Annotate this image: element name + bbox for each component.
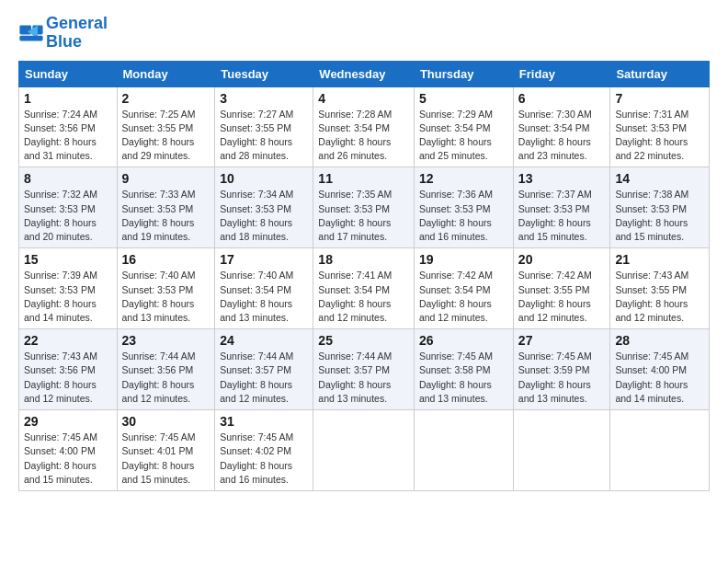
day-number: 16: [122, 252, 210, 267]
day-number: 24: [220, 333, 308, 348]
day-detail: Sunrise: 7:27 AMSunset: 3:55 PMDaylight:…: [220, 109, 293, 162]
calendar-cell: 15Sunrise: 7:39 AMSunset: 3:53 PMDayligh…: [19, 248, 118, 329]
calendar-cell: 4Sunrise: 7:28 AMSunset: 3:54 PMDaylight…: [313, 86, 415, 167]
calendar-cell: 9Sunrise: 7:33 AMSunset: 3:53 PMDaylight…: [117, 167, 215, 248]
day-number: 17: [220, 252, 308, 267]
calendar-cell: 30Sunrise: 7:45 AMSunset: 4:01 PMDayligh…: [117, 410, 215, 491]
calendar-cell: 16Sunrise: 7:40 AMSunset: 3:53 PMDayligh…: [117, 248, 215, 329]
day-number: 21: [615, 252, 704, 267]
day-detail: Sunrise: 7:45 AMSunset: 3:58 PMDaylight:…: [419, 350, 493, 404]
day-number: 22: [24, 333, 112, 348]
calendar-cell: 19Sunrise: 7:42 AMSunset: 3:54 PMDayligh…: [414, 248, 513, 329]
day-number: 3: [220, 91, 308, 106]
calendar-cell: 12Sunrise: 7:36 AMSunset: 3:53 PMDayligh…: [414, 167, 513, 248]
weekday-header-monday: Monday: [117, 61, 215, 86]
calendar-cell: [513, 410, 610, 491]
day-detail: Sunrise: 7:32 AMSunset: 3:53 PMDaylight:…: [24, 189, 97, 242]
calendar-cell: 11Sunrise: 7:35 AMSunset: 3:53 PMDayligh…: [313, 167, 415, 248]
calendar-cell: 22Sunrise: 7:43 AMSunset: 3:56 PMDayligh…: [19, 329, 118, 410]
day-detail: Sunrise: 7:42 AMSunset: 3:54 PMDaylight:…: [419, 270, 493, 323]
day-detail: Sunrise: 7:38 AMSunset: 3:53 PMDaylight:…: [615, 189, 688, 242]
day-detail: Sunrise: 7:43 AMSunset: 3:55 PMDaylight:…: [615, 270, 688, 323]
day-number: 19: [419, 252, 508, 267]
day-detail: Sunrise: 7:40 AMSunset: 3:54 PMDaylight:…: [220, 270, 293, 323]
day-detail: Sunrise: 7:45 AMSunset: 4:01 PMDaylight:…: [122, 431, 196, 485]
day-detail: Sunrise: 7:42 AMSunset: 3:55 PMDaylight:…: [518, 270, 592, 323]
day-number: 12: [419, 171, 508, 186]
calendar-cell: 26Sunrise: 7:45 AMSunset: 3:58 PMDayligh…: [414, 329, 513, 410]
day-detail: Sunrise: 7:37 AMSunset: 3:53 PMDaylight:…: [518, 189, 592, 242]
calendar-cell: 6Sunrise: 7:30 AMSunset: 3:54 PMDaylight…: [513, 86, 610, 167]
calendar-cell: 14Sunrise: 7:38 AMSunset: 3:53 PMDayligh…: [610, 167, 710, 248]
day-number: 23: [122, 333, 210, 348]
day-detail: Sunrise: 7:45 AMSunset: 4:00 PMDaylight:…: [615, 350, 688, 404]
day-detail: Sunrise: 7:44 AMSunset: 3:57 PMDaylight:…: [220, 350, 293, 404]
day-detail: Sunrise: 7:45 AMSunset: 4:00 PMDaylight:…: [24, 431, 97, 485]
week-row-2: 8Sunrise: 7:32 AMSunset: 3:53 PMDaylight…: [19, 167, 710, 248]
calendar-cell: 21Sunrise: 7:43 AMSunset: 3:55 PMDayligh…: [610, 248, 710, 329]
weekday-header-tuesday: Tuesday: [215, 61, 313, 86]
day-detail: Sunrise: 7:33 AMSunset: 3:53 PMDaylight:…: [122, 189, 196, 242]
day-detail: Sunrise: 7:35 AMSunset: 3:53 PMDaylight:…: [318, 189, 392, 242]
weekday-header-wednesday: Wednesday: [313, 61, 415, 86]
day-detail: Sunrise: 7:39 AMSunset: 3:53 PMDaylight:…: [24, 270, 97, 323]
day-number: 27: [518, 333, 606, 348]
calendar-cell: 27Sunrise: 7:45 AMSunset: 3:59 PMDayligh…: [513, 329, 610, 410]
calendar-cell: 8Sunrise: 7:32 AMSunset: 3:53 PMDaylight…: [19, 167, 118, 248]
day-number: 13: [518, 171, 606, 186]
calendar-cell: 17Sunrise: 7:40 AMSunset: 3:54 PMDayligh…: [215, 248, 313, 329]
day-number: 11: [318, 171, 409, 186]
page: General Blue SundayMondayTuesdayWednesda…: [0, 0, 728, 506]
day-detail: Sunrise: 7:44 AMSunset: 3:57 PMDaylight:…: [318, 350, 392, 404]
calendar-cell: 13Sunrise: 7:37 AMSunset: 3:53 PMDayligh…: [513, 167, 610, 248]
calendar-cell: 7Sunrise: 7:31 AMSunset: 3:53 PMDaylight…: [610, 86, 710, 167]
day-detail: Sunrise: 7:30 AMSunset: 3:54 PMDaylight:…: [518, 109, 592, 162]
calendar-cell: 23Sunrise: 7:44 AMSunset: 3:56 PMDayligh…: [117, 329, 215, 410]
logo-text: General Blue: [46, 15, 108, 52]
calendar-cell: [414, 410, 513, 491]
day-number: 5: [419, 91, 508, 106]
day-detail: Sunrise: 7:44 AMSunset: 3:56 PMDaylight:…: [122, 350, 196, 404]
day-detail: Sunrise: 7:24 AMSunset: 3:56 PMDaylight:…: [24, 109, 97, 162]
day-detail: Sunrise: 7:41 AMSunset: 3:54 PMDaylight:…: [318, 270, 392, 323]
calendar-cell: 24Sunrise: 7:44 AMSunset: 3:57 PMDayligh…: [215, 329, 313, 410]
day-detail: Sunrise: 7:45 AMSunset: 3:59 PMDaylight:…: [518, 350, 592, 404]
weekday-header-row: SundayMondayTuesdayWednesdayThursdayFrid…: [19, 61, 710, 86]
week-row-1: 1Sunrise: 7:24 AMSunset: 3:56 PMDaylight…: [19, 86, 710, 167]
week-row-3: 15Sunrise: 7:39 AMSunset: 3:53 PMDayligh…: [19, 248, 710, 329]
day-number: 31: [220, 414, 308, 429]
calendar-table: SundayMondayTuesdayWednesdayThursdayFrid…: [18, 61, 710, 491]
calendar-cell: 25Sunrise: 7:44 AMSunset: 3:57 PMDayligh…: [313, 329, 415, 410]
day-detail: Sunrise: 7:31 AMSunset: 3:53 PMDaylight:…: [615, 109, 688, 162]
calendar-cell: 28Sunrise: 7:45 AMSunset: 4:00 PMDayligh…: [610, 329, 710, 410]
calendar-cell: 18Sunrise: 7:41 AMSunset: 3:54 PMDayligh…: [313, 248, 415, 329]
header: General Blue: [18, 15, 710, 52]
day-detail: Sunrise: 7:43 AMSunset: 3:56 PMDaylight:…: [24, 350, 97, 404]
calendar-cell: 29Sunrise: 7:45 AMSunset: 4:00 PMDayligh…: [19, 410, 118, 491]
calendar-cell: 5Sunrise: 7:29 AMSunset: 3:54 PMDaylight…: [414, 86, 513, 167]
weekday-header-sunday: Sunday: [19, 61, 118, 86]
logo-icon: [18, 20, 44, 46]
day-detail: Sunrise: 7:29 AMSunset: 3:54 PMDaylight:…: [419, 109, 493, 162]
calendar-cell: 31Sunrise: 7:45 AMSunset: 4:02 PMDayligh…: [215, 410, 313, 491]
day-number: 15: [24, 252, 112, 267]
day-number: 7: [615, 91, 704, 106]
day-number: 18: [318, 252, 409, 267]
day-number: 20: [518, 252, 606, 267]
week-row-4: 22Sunrise: 7:43 AMSunset: 3:56 PMDayligh…: [19, 329, 710, 410]
day-number: 2: [122, 91, 210, 106]
day-number: 9: [122, 171, 210, 186]
calendar-cell: 20Sunrise: 7:42 AMSunset: 3:55 PMDayligh…: [513, 248, 610, 329]
day-detail: Sunrise: 7:36 AMSunset: 3:53 PMDaylight:…: [419, 189, 493, 242]
calendar-cell: 2Sunrise: 7:25 AMSunset: 3:55 PMDaylight…: [117, 86, 215, 167]
day-detail: Sunrise: 7:28 AMSunset: 3:54 PMDaylight:…: [318, 109, 392, 162]
day-detail: Sunrise: 7:45 AMSunset: 4:02 PMDaylight:…: [220, 431, 293, 485]
calendar-cell: 3Sunrise: 7:27 AMSunset: 3:55 PMDaylight…: [215, 86, 313, 167]
week-row-5: 29Sunrise: 7:45 AMSunset: 4:00 PMDayligh…: [19, 410, 710, 491]
day-detail: Sunrise: 7:25 AMSunset: 3:55 PMDaylight:…: [122, 109, 196, 162]
calendar-cell: [313, 410, 415, 491]
day-number: 10: [220, 171, 308, 186]
day-number: 30: [122, 414, 210, 429]
day-number: 29: [24, 414, 112, 429]
day-number: 8: [24, 171, 112, 186]
